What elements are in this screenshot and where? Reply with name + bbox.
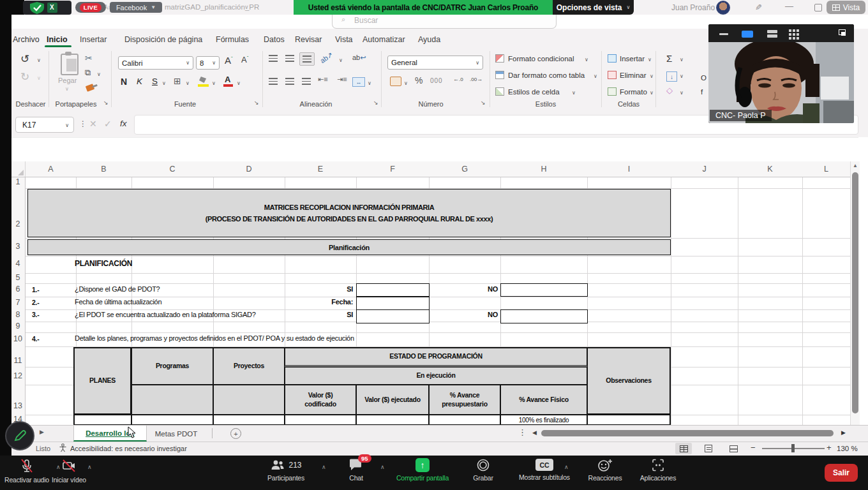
paste-label[interactable]: Pegar [58, 77, 77, 84]
col-header-D[interactable]: D [213, 165, 285, 174]
horizontal-scroll-thumb[interactable] [541, 430, 834, 436]
row-header-12[interactable]: 12 [11, 371, 24, 380]
q3-no-input[interactable] [500, 309, 588, 323]
clear-icon[interactable]: ◇ [666, 85, 673, 95]
conditional-format-button[interactable]: Formato condicional [508, 55, 574, 63]
webcam-panel[interactable]: CNC- Paola P [708, 24, 854, 123]
cell-styles-button[interactable]: Estilos de celda [508, 88, 560, 96]
zoom-level[interactable]: 130 % [837, 445, 858, 452]
col-header-H[interactable]: H [500, 165, 587, 174]
row-header-11[interactable]: 11 [11, 356, 24, 365]
planificacion-heading[interactable]: PLANIFICACIÓN [75, 259, 132, 268]
table-body-cell[interactable] [213, 415, 285, 425]
q3-text[interactable]: ¿El PDOT se encuentra actualizado en la … [75, 311, 256, 318]
tab-archivo[interactable]: Archivo [13, 35, 40, 44]
section-header-cell[interactable]: Planificación [27, 239, 671, 255]
q3-yes-input[interactable] [356, 309, 430, 323]
enter-icon[interactable]: ✓ [104, 119, 112, 129]
normal-view-button[interactable] [675, 443, 692, 454]
col-header-G[interactable]: G [429, 165, 500, 174]
leave-button[interactable]: Salir [825, 464, 858, 482]
tab-insertar[interactable]: Insertar [80, 35, 107, 44]
q1-yes-input[interactable] [356, 283, 430, 297]
cut-icon[interactable]: ✂ [85, 53, 93, 63]
avatar[interactable] [716, 1, 730, 15]
col-header-L[interactable]: L [802, 165, 850, 174]
decrease-indent-icon[interactable]: ⇤≡ [318, 75, 328, 84]
comma-style-icon[interactable]: 000 [430, 77, 443, 84]
col-header-E[interactable]: E [285, 165, 356, 174]
row-header-7[interactable]: 7 [11, 298, 24, 307]
participants-button[interactable]: 213 Participantes [254, 458, 318, 482]
row-header-3[interactable]: 3 [11, 242, 24, 251]
minimize-video-icon[interactable] [719, 33, 728, 35]
restore-icon[interactable] [814, 4, 822, 11]
table-sub-fisico[interactable]: % Avance Físico [500, 385, 587, 415]
zoom-in-icon[interactable]: + [827, 443, 832, 452]
zoom-out-icon[interactable]: − [751, 443, 756, 452]
q1-no-input[interactable] [500, 283, 588, 297]
captions-button[interactable]: CC Mostrar subtítulos [509, 458, 580, 481]
tab-formulas[interactable]: Fórmulas [216, 35, 249, 44]
bold-button[interactable]: N [121, 77, 127, 87]
col-header-K[interactable]: K [738, 165, 802, 174]
tab-nav-next-icon[interactable]: ▶ [40, 429, 44, 435]
chat-caret[interactable]: ∧ [380, 464, 385, 470]
annotate-pencil-icon[interactable]: ✎ [755, 3, 762, 12]
table-note-cell[interactable]: 100% es finalizado [500, 415, 587, 425]
participants-caret[interactable]: ∧ [322, 464, 326, 470]
page-break-view-button[interactable] [725, 443, 742, 454]
q4-text[interactable]: Detalle los planes, programas y proyecto… [75, 334, 354, 342]
undo-icon[interactable]: ↺ [20, 52, 29, 66]
format-as-table-button[interactable]: Dar formato como tabla [508, 71, 585, 79]
col-header-I[interactable]: I [587, 165, 671, 174]
search-box[interactable]: ⌕ Buscar [332, 15, 557, 29]
merge-center-icon[interactable]: ↔ [352, 77, 365, 87]
col-header-A[interactable]: A [26, 165, 76, 174]
tab-bar-dots[interactable]: ⋮ [518, 427, 527, 437]
q1-number[interactable]: 1.- [32, 286, 39, 293]
apps-button[interactable]: Aplicaciones [632, 458, 684, 482]
minimize-icon[interactable]: — [785, 1, 793, 11]
number-format-combo[interactable]: General∨ [387, 56, 483, 70]
row-header-13[interactable]: 13 [11, 401, 24, 410]
decrease-decimal-icon[interactable]: .00→ [470, 76, 483, 82]
select-all-corner[interactable] [11, 161, 26, 177]
row-header-1[interactable]: 1 [11, 177, 24, 186]
table-sub-ejecutado[interactable]: Valor ($) ejecutado [356, 385, 429, 415]
col-header-B[interactable]: B [76, 165, 131, 174]
font-color-icon[interactable]: A [225, 75, 230, 84]
increase-font-icon[interactable]: Aˆ [225, 55, 233, 66]
copy-icon[interactable]: ⧉ [85, 68, 91, 78]
table-proyectos-header[interactable]: Proyectos [213, 347, 285, 385]
wrap-text-icon[interactable]: ab↩ [352, 54, 366, 62]
q2-date-input[interactable] [356, 297, 430, 310]
tab-revisar[interactable]: Revisar [295, 35, 322, 44]
video-options-caret[interactable]: ∧ [87, 464, 92, 470]
view-options-dropdown[interactable]: Opciones de vista ∨ [553, 0, 634, 15]
row-header-5[interactable]: 5 [11, 273, 24, 282]
q2-number[interactable]: 2.- [32, 299, 39, 306]
name-box[interactable]: K17 ∨ [15, 117, 74, 133]
table-body-cell[interactable] [587, 415, 671, 425]
zoom-slider-thumb[interactable] [791, 444, 795, 452]
dialog-launcher-icon[interactable]: ↘ [103, 100, 108, 106]
table-sub-codificado[interactable]: Valor ($) codificado [285, 385, 356, 415]
dialog-launcher-icon[interactable]: ↘ [254, 100, 259, 106]
increase-indent-icon[interactable]: ⇥≡ [337, 75, 347, 84]
align-right-icon[interactable] [302, 78, 311, 85]
table-planes-header[interactable]: PLANES [73, 347, 131, 415]
align-top-icon[interactable] [269, 55, 278, 62]
table-observaciones-header[interactable]: Observaciones [587, 347, 671, 415]
align-center-icon[interactable] [285, 78, 294, 85]
sheet-tab-metas[interactable]: Metas PDOT [147, 426, 206, 442]
q2-text[interactable]: Fecha de última actualización [75, 298, 161, 306]
cancel-icon[interactable]: ✕ [89, 119, 97, 129]
fill-down-icon[interactable]: ↓ [666, 71, 677, 82]
tab-ayuda[interactable]: Ayuda [418, 35, 440, 44]
borders-icon[interactable]: ⊞ [174, 76, 181, 86]
col-header-F[interactable]: F [356, 165, 429, 174]
delete-cells-button[interactable]: Eliminar [620, 71, 647, 79]
underline-button[interactable]: S [152, 77, 158, 86]
font-name-combo[interactable]: Calibri∨ [118, 56, 193, 70]
